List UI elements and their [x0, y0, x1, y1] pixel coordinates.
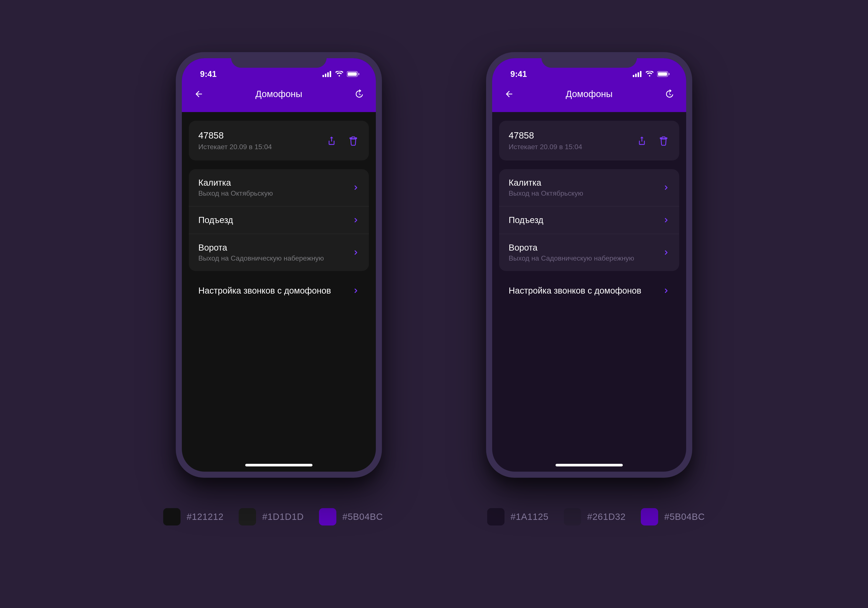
swatch-item: #121212	[163, 508, 224, 526]
home-indicator[interactable]	[245, 464, 313, 466]
svg-rect-8	[635, 74, 637, 77]
phone-mockup-purple: 9:41	[486, 52, 692, 478]
chevron-right-icon	[663, 184, 670, 191]
settings-link-label: Настройка звонков с домофонов	[198, 286, 331, 295]
swatch-item: #5B04BC	[641, 508, 705, 526]
share-button[interactable]	[636, 135, 648, 147]
history-button[interactable]	[663, 87, 676, 101]
chevron-right-icon	[352, 217, 360, 224]
palette-b: #1A1125 #261D32 #5B04BC	[487, 508, 705, 526]
device-notch	[541, 52, 637, 68]
door-item-title: Ворота	[508, 243, 634, 252]
wifi-icon	[645, 71, 654, 77]
chevron-right-icon	[352, 287, 360, 294]
cellular-icon	[322, 71, 332, 77]
phone-mockup-dark: 9:41	[176, 52, 382, 478]
access-code-expiry: Истекает 20.09 в 15:04	[198, 143, 272, 151]
svg-rect-13	[668, 73, 670, 75]
intercom-settings-link[interactable]: Настройка звонков с домофонов	[189, 277, 369, 304]
chevron-right-icon	[352, 249, 360, 256]
swatch-label: #261D32	[587, 512, 626, 522]
color-swatch	[319, 508, 336, 526]
battery-icon	[347, 71, 360, 77]
svg-rect-5	[348, 72, 357, 76]
content-area: 47858 Истекает 20.09 в 15:04	[182, 112, 376, 304]
door-item-gates[interactable]: Ворота Выход на Садовническую набережную	[189, 234, 369, 271]
swatch-item: #1D1D1D	[239, 508, 304, 526]
home-indicator[interactable]	[555, 464, 623, 466]
door-item-subtitle: Выход на Садовническую набережную	[198, 254, 324, 262]
status-time: 9:41	[502, 70, 527, 79]
access-code-actions	[326, 135, 360, 147]
door-item-entrance[interactable]: Подъезд	[499, 206, 679, 234]
status-time: 9:41	[192, 70, 217, 79]
color-swatch	[163, 508, 181, 526]
status-indicators	[322, 71, 366, 77]
svg-rect-6	[358, 73, 360, 75]
back-button[interactable]	[502, 87, 516, 101]
color-swatch	[239, 508, 256, 526]
svg-rect-9	[637, 72, 639, 77]
chevron-right-icon	[663, 287, 670, 294]
door-item-gates[interactable]: Ворота Выход на Садовническую набережную	[499, 234, 679, 271]
access-code-value: 47858	[508, 130, 582, 141]
door-item-entrance[interactable]: Подъезд	[189, 206, 369, 234]
access-code-texts: 47858 Истекает 20.09 в 15:04	[508, 130, 582, 151]
color-swatch	[564, 508, 581, 526]
door-item-title: Подъезд	[508, 215, 543, 225]
swatch-label: #121212	[187, 512, 224, 522]
share-button[interactable]	[326, 135, 338, 147]
nav-bar: Домофоны	[502, 82, 676, 106]
page-title: Домофоны	[182, 89, 376, 99]
back-button[interactable]	[192, 87, 205, 101]
swatch-label: #5B04BC	[664, 512, 705, 522]
door-item-subtitle: Выход на Садовническую набережную	[508, 254, 634, 262]
delete-button[interactable]	[657, 135, 670, 147]
door-item-title: Подъезд	[198, 215, 233, 225]
swatch-label: #1D1D1D	[262, 512, 304, 522]
svg-rect-0	[322, 75, 324, 77]
intercom-settings-link[interactable]: Настройка звонков с домофонов	[499, 277, 679, 304]
doors-list: Калитка Выход на Октябрьскую Подъезд	[189, 169, 369, 271]
door-item-title: Калитка	[198, 178, 273, 188]
door-item-subtitle: Выход на Октябрьскую	[198, 189, 273, 197]
access-code-expiry: Истекает 20.09 в 15:04	[508, 143, 582, 151]
swatch-item: #1A1125	[487, 508, 549, 526]
cellular-icon	[633, 71, 642, 77]
chevron-right-icon	[352, 184, 360, 191]
history-button[interactable]	[352, 87, 366, 101]
door-item-gate[interactable]: Калитка Выход на Октябрьскую	[499, 169, 679, 206]
screen: 9:41	[492, 58, 686, 472]
chevron-right-icon	[663, 217, 670, 224]
svg-rect-7	[633, 75, 634, 77]
access-code-actions	[636, 135, 670, 147]
swatch-item: #5B04BC	[319, 508, 383, 526]
swatch-item: #261D32	[564, 508, 626, 526]
wifi-icon	[335, 71, 344, 77]
doors-list: Калитка Выход на Октябрьскую Подъезд	[499, 169, 679, 271]
palette-a: #121212 #1D1D1D #5B04BC	[163, 508, 383, 526]
delete-button[interactable]	[347, 135, 360, 147]
chevron-right-icon	[663, 249, 670, 256]
color-swatch	[641, 508, 658, 526]
settings-link-label: Настройка звонков с домофонов	[508, 286, 641, 295]
device-notch	[231, 52, 327, 68]
screen: 9:41	[182, 58, 376, 472]
door-item-title: Калитка	[508, 178, 583, 188]
access-code-texts: 47858 Истекает 20.09 в 15:04	[198, 130, 272, 151]
nav-bar: Домофоны	[192, 82, 366, 106]
content-area: 47858 Истекает 20.09 в 15:04	[492, 112, 686, 304]
color-palettes: #121212 #1D1D1D #5B04BC #1A1125 #261D32	[163, 508, 705, 526]
svg-rect-12	[658, 72, 667, 76]
svg-rect-3	[330, 71, 331, 77]
battery-icon	[657, 71, 670, 77]
svg-rect-1	[325, 74, 326, 77]
access-code-value: 47858	[198, 130, 272, 141]
svg-rect-2	[327, 72, 329, 77]
door-item-title: Ворота	[198, 243, 324, 252]
door-item-gate[interactable]: Калитка Выход на Октябрьскую	[189, 169, 369, 206]
svg-rect-10	[640, 71, 642, 77]
page-title: Домофоны	[492, 89, 686, 99]
color-swatch	[487, 508, 505, 526]
swatch-label: #5B04BC	[343, 512, 383, 522]
